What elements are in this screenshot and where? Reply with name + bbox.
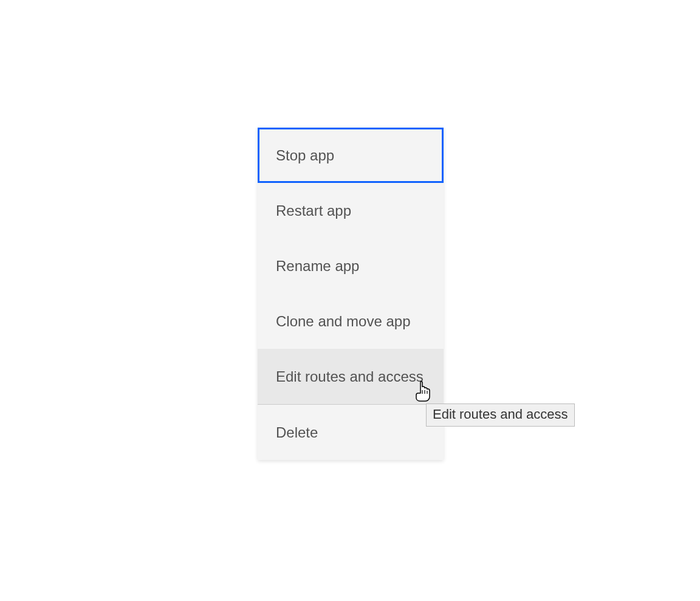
menu-item-label: Delete: [276, 424, 431, 441]
menu-item-restart-app[interactable]: Restart app: [258, 183, 444, 238]
tooltip-text: Edit routes and access: [433, 407, 568, 422]
tooltip: Edit routes and access: [426, 404, 575, 427]
context-menu: Stop app Restart app Rename app Clone an…: [258, 128, 444, 460]
menu-item-label: Stop app: [276, 147, 431, 164]
menu-item-label: Rename app: [276, 258, 431, 275]
menu-item-clone-move-app[interactable]: Clone and move app: [258, 294, 444, 349]
menu-item-label: Edit routes and access: [276, 368, 431, 385]
menu-item-rename-app[interactable]: Rename app: [258, 238, 444, 294]
menu-item-label: Restart app: [276, 202, 431, 219]
menu-item-label: Clone and move app: [276, 313, 431, 330]
menu-item-delete[interactable]: Delete: [258, 405, 444, 460]
menu-item-stop-app[interactable]: Stop app: [258, 128, 444, 183]
menu-item-edit-routes-access[interactable]: Edit routes and access: [258, 349, 444, 404]
